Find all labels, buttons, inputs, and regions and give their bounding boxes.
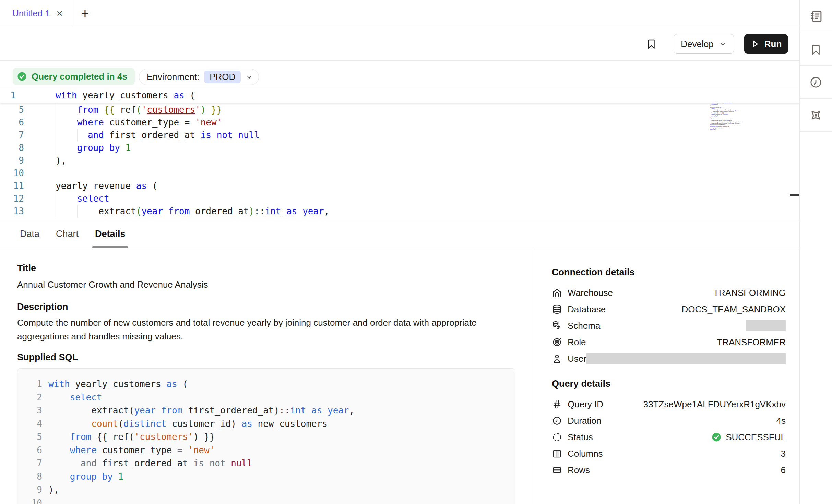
code-token (104, 143, 109, 153)
new-tab-button[interactable]: + (73, 0, 97, 27)
line-number: 12 (0, 192, 24, 205)
tab-chart[interactable]: Chart (53, 220, 81, 248)
redacted-value (586, 353, 786, 364)
code-line-text: select (48, 391, 102, 404)
query-details-heading: Query details (552, 379, 786, 389)
code-line-text: with yearly_customers as ( (56, 88, 195, 103)
code-token: 1 (118, 471, 124, 482)
sql-block-line: 5 from {{ ref('customers') }} (26, 430, 515, 444)
code-token: as (286, 206, 297, 216)
code-line-text: and first_ordered_at is not null (48, 457, 252, 470)
close-icon[interactable]: ✕ (56, 10, 63, 18)
code-token (211, 130, 217, 140)
sidebar-bookmark-button[interactable] (800, 33, 832, 66)
tab-data[interactable]: Data (17, 220, 42, 248)
code-token: 1 (126, 143, 131, 153)
editor-line[interactable]: 10 (0, 167, 799, 180)
code-token: as (174, 90, 184, 100)
chevron-down-icon (718, 40, 727, 48)
bookmark-button[interactable] (645, 38, 657, 50)
sidebar-compass-button[interactable] (800, 99, 832, 132)
editor-line[interactable]: 13 extract(year from ordered_at)::int as… (0, 205, 799, 218)
code-token: 'customers' (134, 432, 193, 442)
code-token: count (91, 419, 118, 429)
detail-value: 3 (781, 448, 786, 459)
code-token: ( (177, 379, 188, 389)
code-token (281, 206, 287, 216)
code-token: ) }} (193, 432, 215, 442)
code-token (48, 392, 70, 403)
code-token: ), (48, 484, 59, 495)
code-token: first_ordered_at (97, 458, 193, 468)
detail-label: Query ID (568, 399, 603, 410)
code-token: yearly_revenue (56, 181, 136, 191)
line-number: 9 (26, 483, 42, 496)
detail-label: Rows (568, 465, 590, 476)
editor-line[interactable]: 5 from {{ ref('customers') }} (0, 104, 799, 116)
code-token: from (77, 105, 99, 115)
query-row-columns: Columns3 (552, 445, 786, 462)
editor-line[interactable]: 11yearly_revenue as ( (0, 180, 799, 192)
code-token: by (102, 471, 113, 482)
code-token: }} (211, 105, 222, 115)
code-token: ( (136, 105, 142, 115)
code-editor[interactable]: 1with yearly_customers as (5 from {{ ref… (0, 88, 799, 220)
code-token: ( (136, 206, 142, 216)
editor-line[interactable]: 6 where customer_type = 'new' (0, 116, 799, 129)
code-token: and (88, 130, 104, 140)
code-line-text: extract(year from first_ordered_at)::int… (48, 404, 354, 417)
environment-dropdown[interactable]: Environment: PROD (139, 69, 259, 85)
connection-row-schema: Schema (552, 317, 786, 334)
code-token: year (141, 206, 163, 216)
code-token: int (265, 206, 281, 216)
sidebar-notebook-button[interactable] (800, 0, 832, 33)
develop-dropdown-button[interactable]: Develop (674, 34, 734, 54)
hash-icon (552, 399, 562, 409)
code-line-text: ), (56, 154, 66, 167)
code-line-text: with yearly_customers as ( (48, 377, 188, 391)
code-token: first_ordered_at (104, 130, 201, 140)
code-token: 1 (717, 115, 718, 117)
code-token: yearly_customers (77, 90, 174, 100)
code-token: extract (56, 206, 136, 216)
tab-untitled-1[interactable]: Untitled 1 ✕ (0, 0, 73, 27)
editor-scrollbar-thumb[interactable] (790, 194, 799, 196)
code-token (163, 206, 168, 216)
code-token: customer_type = (104, 117, 195, 128)
code-line-text: from {{ ref('customers') }} (56, 104, 222, 116)
code-token: select (70, 392, 102, 403)
detail-value: TRANSFORMER (717, 337, 786, 348)
code-line-text: from {{ ref('customers') }} (48, 430, 215, 444)
editor-line[interactable]: 7 and first_ordered_at is not null (0, 129, 799, 142)
line-number: 6 (0, 116, 24, 129)
bookmark-icon (809, 43, 822, 56)
columns-icon (552, 448, 562, 459)
connection-row-database: DatabaseDOCS_TEAM_SANDBOX (552, 301, 786, 317)
run-button[interactable]: Run (744, 34, 788, 54)
code-token: is (201, 130, 211, 140)
code-token (48, 419, 91, 429)
connection-row-role: RoleTRANSFORMER (552, 334, 786, 350)
editor-line[interactable]: 8 group by 1 (0, 142, 799, 154)
environment-value-chip: PROD (204, 71, 241, 83)
code-token: {{ (104, 105, 115, 115)
code-line-text: yearly_revenue as ( (56, 180, 157, 192)
code-token: select (77, 193, 109, 204)
editor-line[interactable]: 12 select (0, 192, 799, 205)
title-heading: Title (17, 263, 533, 274)
line-number: 10 (26, 496, 42, 504)
editor-sticky-line[interactable]: 1with yearly_customers as ( (0, 88, 799, 103)
code-token (297, 206, 302, 216)
code-token (97, 471, 102, 482)
sidebar-history-button[interactable] (800, 66, 832, 99)
code-token: ( (147, 181, 157, 191)
code-token: order by (710, 128, 715, 130)
code-token: ' (195, 105, 201, 115)
editor-line[interactable]: 9), (0, 154, 799, 167)
play-icon (751, 39, 760, 48)
status-value: SUCCESSFUL (726, 432, 786, 443)
tab-details[interactable]: Details (92, 220, 128, 248)
bookmark-icon (645, 38, 657, 50)
code-line-text: group by 1 (56, 142, 131, 154)
code-token (56, 193, 77, 204)
